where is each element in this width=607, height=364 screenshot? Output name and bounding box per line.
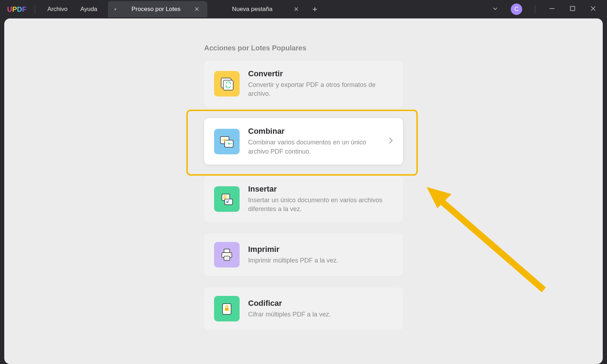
menu-file[interactable]: Archivo bbox=[41, 3, 74, 16]
card-text: Codificar Cifrar múltiples PDF a la vez. bbox=[248, 299, 393, 319]
card-text: Combinar Combinar varios documentos en u… bbox=[248, 127, 380, 156]
card-desc: Cifrar múltiples PDF a la vez. bbox=[248, 310, 393, 319]
title-bar: UPDF Archivo Ayuda ▼ Proceso por Lotes ✕… bbox=[0, 0, 607, 18]
tabs-container: ▼ Proceso por Lotes ✕ Nueva pestaña ✕ + bbox=[108, 1, 323, 17]
minimize-button[interactable] bbox=[542, 3, 562, 15]
maximize-button[interactable] bbox=[563, 3, 582, 15]
tab-label: Nueva pestaña bbox=[213, 6, 291, 13]
card-title: Codificar bbox=[248, 299, 393, 308]
cards-list: Convertir Convertir y exportar PDF a otr… bbox=[4, 61, 603, 330]
tab-dropdown-icon[interactable]: ▼ bbox=[114, 7, 117, 11]
card-title: Convertir bbox=[248, 69, 393, 78]
action-card-insert[interactable]: Insertar Insertar un único documento en … bbox=[204, 176, 403, 222]
svg-point-16 bbox=[230, 254, 231, 255]
convert-icon bbox=[214, 71, 240, 96]
svg-rect-13 bbox=[224, 249, 230, 253]
tab-batch-process[interactable]: ▼ Proceso por Lotes ✕ bbox=[108, 1, 207, 17]
divider bbox=[35, 5, 35, 13]
svg-rect-20 bbox=[225, 308, 229, 311]
app-logo[interactable]: UPDF bbox=[4, 5, 29, 13]
card-text: Insertar Insertar un único documento en … bbox=[248, 184, 393, 214]
close-tab-icon[interactable]: ✕ bbox=[291, 5, 301, 14]
close-tab-icon[interactable]: ✕ bbox=[192, 5, 202, 14]
window-controls: C bbox=[487, 3, 603, 16]
card-desc: Convertir y exportar PDF a otros formato… bbox=[248, 81, 393, 98]
combine-icon bbox=[214, 129, 240, 154]
svg-rect-1 bbox=[570, 6, 575, 11]
svg-rect-15 bbox=[224, 256, 230, 260]
card-title: Insertar bbox=[248, 184, 393, 194]
card-desc: Imprimir múltiples PDF a la vez. bbox=[248, 256, 393, 265]
card-title: Combinar bbox=[248, 127, 380, 136]
encrypt-icon bbox=[214, 296, 240, 321]
action-card-combine[interactable]: Combinar Combinar varios documentos en u… bbox=[204, 118, 403, 164]
menu-help[interactable]: Ayuda bbox=[74, 3, 104, 16]
svg-rect-12 bbox=[225, 199, 233, 205]
divider bbox=[535, 5, 535, 13]
chevron-right-icon bbox=[389, 137, 393, 146]
action-card-convert[interactable]: Convertir Convertir y exportar PDF a otr… bbox=[204, 61, 403, 107]
card-text: Imprimir Imprimir múltiples PDF a la vez… bbox=[248, 245, 393, 265]
tab-label: Proceso por Lotes bbox=[120, 6, 192, 13]
card-desc: Combinar varios documentos en un único a… bbox=[248, 138, 380, 156]
add-tab-button[interactable]: + bbox=[307, 1, 323, 17]
logo-letter-f: F bbox=[22, 5, 26, 13]
close-window-button[interactable] bbox=[584, 3, 603, 15]
logo-letter-p: P bbox=[12, 5, 17, 13]
card-desc: Insertar un único documento en varios ar… bbox=[248, 196, 393, 214]
logo-letter-d: D bbox=[17, 5, 22, 13]
card-text: Convertir Convertir y exportar PDF a otr… bbox=[248, 69, 393, 98]
card-title: Imprimir bbox=[248, 245, 393, 254]
chevron-down-icon[interactable] bbox=[487, 3, 504, 16]
action-card-encrypt[interactable]: Codificar Cifrar múltiples PDF a la vez. bbox=[204, 287, 403, 330]
user-avatar[interactable]: C bbox=[511, 4, 522, 15]
tab-new[interactable]: Nueva pestaña ✕ bbox=[207, 1, 307, 17]
content-area: Acciones por Lotes Populares Convertir C… bbox=[4, 18, 603, 364]
print-icon bbox=[214, 242, 240, 268]
logo-letter-u: U bbox=[7, 5, 12, 13]
insert-icon bbox=[214, 186, 240, 212]
action-card-print[interactable]: Imprimir Imprimir múltiples PDF a la vez… bbox=[204, 233, 403, 276]
section-title: Acciones por Lotes Populares bbox=[204, 44, 403, 52]
